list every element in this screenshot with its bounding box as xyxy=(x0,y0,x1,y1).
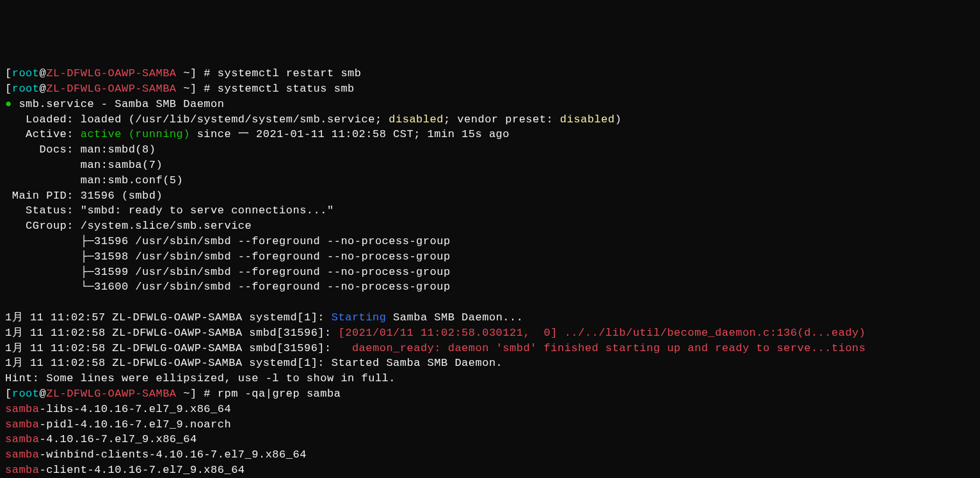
status-line: Status: "smbd: ready to serve connection… xyxy=(5,203,975,218)
package-name: samba xyxy=(5,433,40,445)
service-header: ● smb.service - Samba SMB Daemon xyxy=(5,97,975,112)
log-line-1: 1月 11 11:02:57 ZL-DFWLG-OAWP-SAMBA syste… xyxy=(5,310,975,326)
rpm-package-line: samba-winbind-clients-4.10.16-7.el7_9.x8… xyxy=(5,447,975,463)
package-version: -pidl-4.10.16-7.el7_9.noarch xyxy=(40,418,232,431)
rpm-package-line: samba-libs-4.10.16-7.el7_9.x86_64 xyxy=(5,402,975,417)
process-line: ├─31599 /usr/sbin/smbd --foreground --no… xyxy=(5,265,975,280)
docs-line-1: Docs: man:smbd(8) xyxy=(5,142,975,158)
rpm-output: samba-libs-4.10.16-7.el7_9.x86_64samba-p… xyxy=(5,402,975,478)
package-version: -winbind-clients-4.10.16-7.el7_9.x86_64 xyxy=(40,449,307,461)
log-line-4: 1月 11 11:02:58 ZL-DFWLG-OAWP-SAMBA syste… xyxy=(5,356,975,371)
package-name: samba xyxy=(5,418,40,431)
package-name: samba xyxy=(5,449,40,461)
process-line: ├─31596 /usr/sbin/smbd --foreground --no… xyxy=(5,234,975,249)
prompt-line-3: [root@ZL-DFWLG-OAWP-SAMBA ~] # rpm -qa|g… xyxy=(5,386,975,402)
log-line-3: 1月 11 11:02:58 ZL-DFWLG-OAWP-SAMBA smbd[… xyxy=(5,341,975,356)
process-line: ├─31598 /usr/sbin/smbd --foreground --no… xyxy=(5,249,975,265)
blank-line xyxy=(5,295,975,310)
package-name: samba xyxy=(5,403,40,415)
docs-line-3: man:smb.conf(5) xyxy=(5,173,975,188)
rpm-package-line: samba-pidl-4.10.16-7.el7_9.noarch xyxy=(5,417,975,433)
rpm-package-line: samba-4.10.16-7.el7_9.x86_64 xyxy=(5,432,975,447)
command-restart: systemctl restart smb xyxy=(218,67,362,79)
package-version: -4.10.16-7.el7_9.x86_64 xyxy=(40,433,197,445)
rpm-package-line: samba-client-4.10.16-7.el7_9.x86_64 xyxy=(5,463,975,478)
package-version: -libs-4.10.16-7.el7_9.x86_64 xyxy=(40,403,232,415)
log-line-2: 1月 11 11:02:58 ZL-DFWLG-OAWP-SAMBA smbd[… xyxy=(5,326,975,341)
cgroup-line: CGroup: /system.slice/smb.service xyxy=(5,218,975,234)
package-version: -client-4.10.16-7.el7_9.x86_64 xyxy=(40,464,245,476)
mainpid-line: Main PID: 31596 (smbd) xyxy=(5,188,975,204)
active-line: Active: active (running) since 一 2021-01… xyxy=(5,127,975,142)
docs-line-2: man:samba(7) xyxy=(5,158,975,173)
prompt-line-2: [root@ZL-DFWLG-OAWP-SAMBA ~] # systemctl… xyxy=(5,81,975,97)
package-name: samba xyxy=(5,464,40,476)
terminal-output[interactable]: [root@ZL-DFWLG-OAWP-SAMBA ~] # systemctl… xyxy=(5,66,975,478)
command-rpm: rpm -qa|grep samba xyxy=(218,388,341,400)
loaded-line: Loaded: loaded (/usr/lib/systemd/system/… xyxy=(5,112,975,128)
hint-line: Hint: Some lines were ellipsized, use -l… xyxy=(5,371,975,386)
process-line: └─31600 /usr/sbin/smbd --foreground --no… xyxy=(5,279,975,295)
command-status: systemctl status smb xyxy=(218,83,355,95)
prompt-line-1: [root@ZL-DFWLG-OAWP-SAMBA ~] # systemctl… xyxy=(5,66,975,81)
status-dot-icon: ● xyxy=(5,98,12,110)
